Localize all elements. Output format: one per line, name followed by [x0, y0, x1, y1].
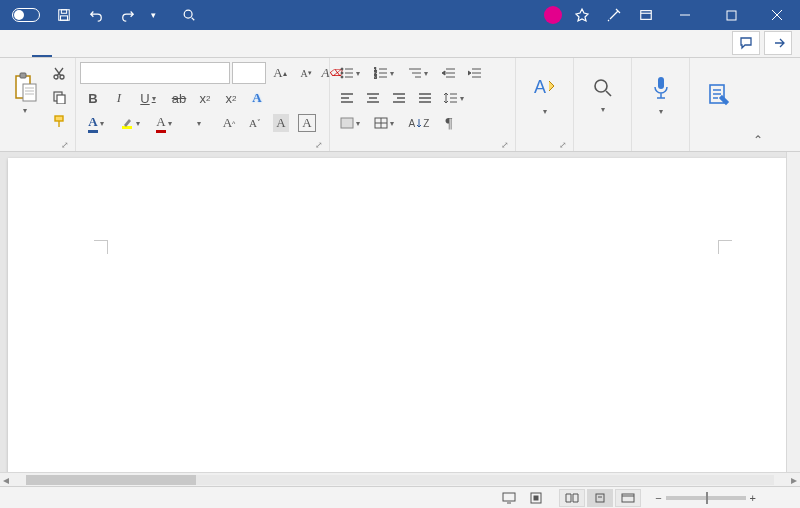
- paste-button[interactable]: ▾: [4, 60, 45, 126]
- line-spacing-icon[interactable]: ▾: [438, 87, 472, 109]
- cut-icon[interactable]: [47, 62, 71, 84]
- vertical-scrollbar[interactable]: [786, 152, 800, 472]
- strikethrough-icon[interactable]: ab: [166, 87, 192, 109]
- comments-icon[interactable]: [732, 31, 760, 55]
- tab-draw[interactable]: [80, 46, 100, 57]
- svg-point-3: [184, 10, 192, 18]
- autosave-control[interactable]: [0, 8, 48, 22]
- char-shading-icon[interactable]: A: [268, 112, 294, 134]
- text-effects-icon[interactable]: A: [244, 87, 270, 109]
- share-icon[interactable]: [764, 31, 792, 55]
- qat-customize-icon[interactable]: ▾: [144, 0, 162, 30]
- bullets-icon[interactable]: ▾: [334, 62, 368, 84]
- subscript-icon[interactable]: x2: [192, 87, 218, 109]
- format-painter-icon[interactable]: [47, 110, 71, 132]
- tab-layout[interactable]: [128, 46, 148, 57]
- svg-rect-69: [658, 77, 664, 89]
- read-mode-icon[interactable]: [559, 489, 585, 507]
- scroll-thumb[interactable]: [26, 475, 196, 485]
- superscript-icon[interactable]: x2: [218, 87, 244, 109]
- multilevel-list-icon[interactable]: ▾: [402, 62, 436, 84]
- italic-icon[interactable]: I: [106, 87, 132, 109]
- document-area[interactable]: ◂ ▸: [0, 152, 800, 486]
- borders-icon[interactable]: ▾: [368, 112, 402, 134]
- tab-home[interactable]: [32, 44, 52, 57]
- increase-indent-icon[interactable]: [462, 62, 488, 84]
- print-layout-icon[interactable]: [587, 489, 613, 507]
- dictate-button[interactable]: ▾: [636, 60, 685, 130]
- user-account[interactable]: [538, 6, 566, 24]
- shrink-font-icon[interactable]: A▾: [294, 62, 318, 84]
- collapse-ribbon-icon[interactable]: ⌃: [748, 58, 768, 151]
- tab-view[interactable]: [224, 46, 244, 57]
- tab-file[interactable]: [8, 46, 28, 57]
- display-settings-icon[interactable]: [502, 492, 516, 504]
- grow-font-icon[interactable]: A▴: [268, 62, 292, 84]
- premium-icon[interactable]: [566, 0, 598, 30]
- numbering-icon[interactable]: 123▾: [368, 62, 402, 84]
- change-case-icon[interactable]: ▾: [182, 112, 216, 134]
- svg-rect-77: [622, 494, 634, 502]
- tab-acrobat[interactable]: [272, 46, 292, 57]
- font-launcher-icon[interactable]: ⤢: [315, 140, 323, 150]
- char-superscript-icon[interactable]: A^: [216, 112, 242, 134]
- close-button[interactable]: [754, 0, 800, 30]
- styles-button[interactable]: A ▾: [520, 60, 569, 130]
- copy-icon[interactable]: [47, 86, 71, 108]
- font-color-a-icon[interactable]: A▾: [80, 112, 114, 134]
- search-icon[interactable]: [182, 8, 196, 22]
- page[interactable]: [8, 158, 792, 486]
- margin-mark: [718, 240, 732, 254]
- redo-icon[interactable]: [112, 0, 144, 30]
- font-size-input[interactable]: [232, 62, 266, 84]
- svg-rect-12: [20, 73, 26, 78]
- scroll-left-icon[interactable]: ◂: [0, 473, 12, 487]
- zoom-in-icon[interactable]: +: [750, 492, 756, 504]
- underline-icon[interactable]: U ▾: [132, 87, 166, 109]
- avatar: [544, 6, 562, 24]
- microphone-icon: [650, 75, 672, 101]
- horizontal-scrollbar[interactable]: ◂ ▸: [0, 472, 800, 486]
- tab-references[interactable]: [152, 46, 172, 57]
- font-color-icon[interactable]: A▾: [148, 112, 182, 134]
- focus-mode[interactable]: [530, 492, 545, 504]
- minimize-button[interactable]: [662, 0, 708, 30]
- ribbon-display-icon[interactable]: [630, 0, 662, 30]
- align-left-icon[interactable]: [334, 87, 360, 109]
- tab-mailings[interactable]: [176, 46, 196, 57]
- styles-launcher-icon[interactable]: ⤢: [559, 140, 567, 150]
- align-right-icon[interactable]: [386, 87, 412, 109]
- highlight-icon[interactable]: ▾: [114, 112, 148, 134]
- char-subscript-icon[interactable]: A˅: [242, 112, 268, 134]
- font-name-input[interactable]: [80, 62, 230, 84]
- web-layout-icon[interactable]: [615, 489, 641, 507]
- save-icon[interactable]: [48, 0, 80, 30]
- svg-rect-62: [341, 118, 353, 128]
- show-marks-icon[interactable]: ¶: [436, 112, 462, 134]
- scroll-right-icon[interactable]: ▸: [788, 473, 800, 487]
- tab-insert[interactable]: [56, 46, 76, 57]
- editing-button[interactable]: ▾: [578, 60, 627, 130]
- undo-icon[interactable]: [80, 0, 112, 30]
- find-icon: [592, 77, 614, 99]
- paragraph-launcher-icon[interactable]: ⤢: [501, 140, 509, 150]
- maximize-button[interactable]: [708, 0, 754, 30]
- zoom-slider[interactable]: [666, 496, 746, 500]
- justify-icon[interactable]: [412, 87, 438, 109]
- sort-icon[interactable]: AZ: [402, 112, 436, 134]
- decrease-indent-icon[interactable]: [436, 62, 462, 84]
- autosave-toggle[interactable]: [12, 8, 40, 22]
- bold-icon[interactable]: B: [80, 87, 106, 109]
- zoom-out-icon[interactable]: −: [655, 492, 661, 504]
- coming-soon-icon[interactable]: [598, 0, 630, 30]
- align-center-icon[interactable]: [360, 87, 386, 109]
- tab-design[interactable]: [104, 46, 124, 57]
- clipboard-launcher-icon[interactable]: ⤢: [61, 140, 69, 150]
- zoom-control[interactable]: − +: [655, 492, 794, 504]
- tab-review[interactable]: [200, 46, 220, 57]
- char-border-icon[interactable]: A: [294, 112, 320, 134]
- tab-help[interactable]: [248, 46, 268, 57]
- editor-button[interactable]: [694, 60, 744, 130]
- svg-rect-8: [727, 11, 736, 20]
- shading-icon[interactable]: ▾: [334, 112, 368, 134]
